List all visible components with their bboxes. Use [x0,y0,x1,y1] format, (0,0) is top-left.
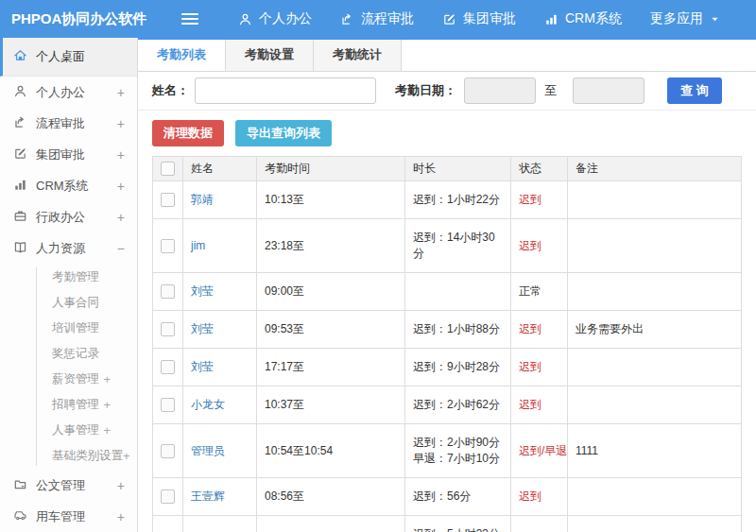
sidebar-item-book[interactable]: 人力资源 − [0,232,137,264]
sidebar-item-briefcase[interactable]: 行政办公 + [0,201,137,232]
duration-cell [405,273,511,311]
row-checkbox[interactable] [161,360,175,374]
nav-personal-office[interactable]: 个人办公 [238,10,312,27]
edit-icon [442,12,456,26]
duration-cell: 迟到：56分 [405,478,511,516]
export-list-button[interactable]: 导出查询列表 [235,120,332,146]
nav-workflow-approval[interactable]: 流程审批 [340,10,414,27]
employee-name-link[interactable]: 刘莹 [191,360,214,373]
sidebar-item-user[interactable]: 个人办公 + [0,77,137,108]
col-header-name: 姓名 [183,157,257,181]
nav-more-apps[interactable]: 更多应用 [650,10,720,27]
date-from-input[interactable] [464,77,536,104]
employee-name-link[interactable]: jim [191,239,205,252]
sidebar-item-car[interactable]: 用车管理 + [0,501,137,532]
sidebar-item-label: 个人办公 [36,84,85,101]
sidebar-subitem-label: 人事管理 [52,422,99,438]
sidebar-item-label: 公文管理 [36,477,85,494]
col-header-time: 考勤时间 [257,157,405,181]
expand-toggle-icon[interactable]: + [117,210,125,225]
nav-crm-system[interactable]: CRM系统 [544,10,622,27]
date-to-input[interactable] [573,77,644,104]
expand-toggle-icon[interactable]: + [103,372,111,386]
expand-toggle-icon[interactable]: − [117,241,125,256]
row-checkbox[interactable] [161,398,175,412]
row-checkbox[interactable] [161,322,175,336]
sidebar-subitem[interactable]: 人事管理 + [0,418,137,443]
table-header-row: 姓名 考勤时间 时长 状态 备注 [153,157,742,181]
expand-toggle-icon[interactable]: + [117,509,125,524]
duration-cell: 迟到：2小时90分早退：7小时10分 [405,424,511,478]
nav-group-approval[interactable]: 集团审批 [442,10,516,27]
row-checkbox[interactable] [161,239,175,253]
duration-cell: 迟到：5小时33分早退：4小时67分 [405,516,511,532]
nav-label: 集团审批 [463,10,516,27]
sidebar-subitem[interactable]: 考勤管理 [0,265,137,290]
tab-attendance-list[interactable]: 考勤列表 [138,40,226,71]
sidebar-subitem-label: 薪资管理 [52,371,99,387]
table-row: 黄蓉 13:20至13:20 迟到：5小时33分早退：4小时67分 迟到/早退 [153,516,742,532]
name-input[interactable] [195,77,376,104]
top-header: PHPOA协同办公软件 个人办公 流程审批 集团审批 CRM系统 更多应用 [0,0,756,38]
tab-attendance-settings[interactable]: 考勤设置 [226,40,314,71]
expand-toggle-icon[interactable]: + [103,423,111,438]
sidebar-subitem-label: 人事合同 [52,295,99,311]
sidebar-item-flow[interactable]: 流程审批 + [0,108,137,139]
attendance-time-cell: 10:13至 [257,181,405,219]
expand-toggle-icon[interactable]: + [123,449,130,463]
remark-cell [568,273,742,311]
top-nav: 个人办公 流程审批 集团审批 CRM系统 更多应用 [238,10,720,27]
attendance-time-cell: 09:53至 [257,311,405,349]
status-cell: 迟到 [511,349,568,386]
sidebar-subitem[interactable]: 薪资管理 + [0,367,137,392]
sidebar-subitem[interactable]: 基础类别设置 + [0,443,137,469]
action-bar: 清理数据 导出查询列表 [138,111,756,156]
row-checkbox[interactable] [161,193,175,207]
attendance-time-cell: 17:17至 [257,349,405,386]
table-row: 小龙女 10:37至 迟到：2小时62分 迟到 [153,386,742,424]
sidebar-item-edit[interactable]: 集团审批 + [0,139,137,170]
employee-name-link[interactable]: 管理员 [191,444,225,457]
sidebar-item-home[interactable]: 个人桌面 [0,38,137,77]
sidebar-subitem[interactable]: 人事合同 [0,290,137,316]
briefcase-icon [13,209,36,226]
employee-name-link[interactable]: 刘莹 [191,284,214,298]
status-cell: 迟到 [511,181,568,219]
app-title: PHPOA协同办公软件 [0,10,181,28]
filter-bar: 姓名： 考勤日期： 至 查 询 [138,72,756,111]
clean-data-button[interactable]: 清理数据 [152,120,224,146]
status-cell: 迟到 [511,386,568,424]
search-button[interactable]: 查 询 [667,77,722,104]
expand-toggle-icon[interactable]: + [117,116,125,131]
attendance-time-cell: 09:00至 [257,273,405,311]
sidebar-subitem[interactable]: 招聘管理 + [0,392,137,418]
sidebar-item-label: CRM系统 [36,178,89,195]
employee-name-link[interactable]: 王壹辉 [191,489,225,503]
row-checkbox[interactable] [161,444,175,458]
employee-name-link[interactable]: 郭靖 [191,193,214,206]
row-checkbox[interactable] [161,284,175,299]
sidebar-item-chart[interactable]: CRM系统 + [0,170,137,201]
sidebar-item-label: 个人桌面 [36,48,85,65]
sidebar-item-doc[interactable]: 公文管理 + [0,470,137,501]
menu-toggle-icon[interactable] [181,13,198,25]
user-icon [238,12,252,26]
sidebar-item-label: 流程审批 [36,115,85,132]
duration-cell: 迟到：1小时88分 [405,311,511,349]
tab-bar: 考勤列表 考勤设置 考勤统计 [138,40,756,72]
row-checkbox[interactable] [161,489,175,504]
table-row: 王壹辉 08:56至 迟到：56分 迟到 [153,478,742,516]
expand-toggle-icon[interactable]: + [117,478,125,493]
select-all-checkbox[interactable] [161,162,175,176]
expand-toggle-icon[interactable]: + [117,179,125,194]
expand-toggle-icon[interactable]: + [117,85,125,100]
expand-toggle-icon[interactable]: + [103,398,111,412]
attendance-table: 姓名 考勤时间 时长 状态 备注 郭靖 10:13至 迟到：1小时22分 迟到 [152,156,742,532]
sidebar-subitem[interactable]: 奖惩记录 [0,341,137,367]
tab-attendance-stats[interactable]: 考勤统计 [314,40,402,71]
employee-name-link[interactable]: 小龙女 [191,398,225,411]
expand-toggle-icon[interactable]: + [117,147,125,163]
employee-name-link[interactable]: 刘莹 [191,322,214,335]
sidebar-subitem[interactable]: 培训管理 [0,316,137,341]
sidebar-item-label: 用车管理 [36,508,85,525]
